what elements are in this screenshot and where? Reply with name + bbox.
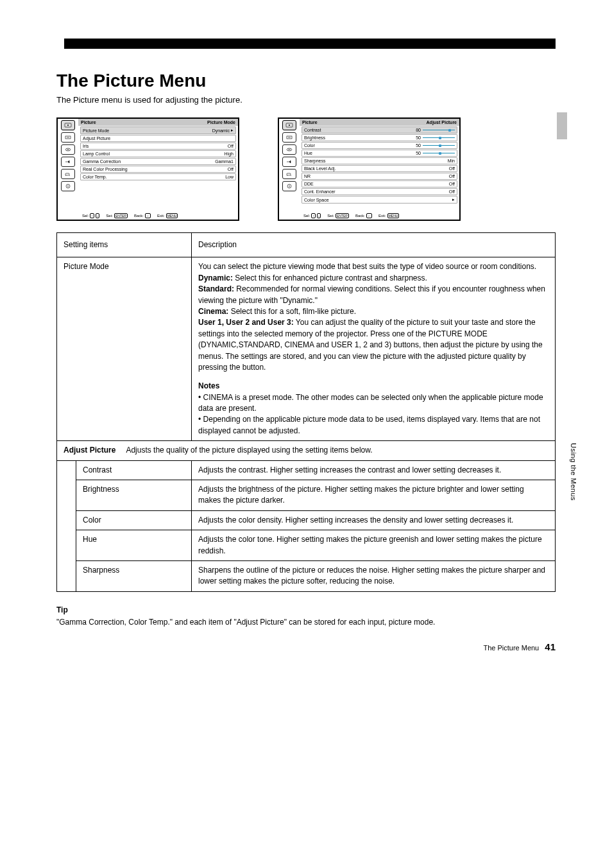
menu-row-color-space: Color Space (302, 196, 457, 204)
arrow-up-icon: ↑ (311, 213, 316, 218)
enter-key-icon: ENTER (114, 213, 128, 218)
menu-row-black-level: Black Level Adj. Off (302, 165, 457, 172)
menu-row-hue: Hue 50 (302, 150, 457, 157)
menu-row-iris: Iris Off (80, 143, 236, 150)
menu-row-value: 50 (416, 151, 421, 155)
menu-panels-row: Picture Picture Mode Picture Mode Dynami… (56, 117, 556, 221)
menu-key-icon: MENU (387, 213, 400, 218)
menu-row-label: Hue (304, 151, 312, 155)
footer-section-name: The Picture Menu (483, 644, 539, 652)
picture-mode-label: Picture Mode (57, 257, 192, 441)
right-panel-category: Adjust Picture (427, 120, 457, 125)
menu-row-sharpness: Sharpness Min (302, 157, 457, 164)
panel-legend: Sel:↑↓ Set:ENTER Back:← Exit:MENU (279, 212, 459, 218)
hue-desc: Adjusts the color tone. Higher setting m… (192, 530, 556, 561)
menu-row-brightness: Brightness 50 (302, 134, 457, 141)
information-icon (61, 181, 75, 191)
installation-icon (282, 169, 296, 179)
menu-row-cont-enhancer: Cont. Enhancer Off (302, 188, 457, 195)
menu-row-label: Lamp Control (83, 152, 110, 156)
menu-row-dde: DDE Off (302, 180, 457, 187)
chevron-right-icon (231, 128, 234, 133)
brightness-label: Brightness (76, 480, 192, 511)
page-footer: The Picture Menu 41 (56, 641, 556, 652)
svg-rect-4 (65, 173, 69, 175)
menu-row-label: Real Color Processing (83, 167, 128, 171)
cinema-name: Cinema: (198, 307, 228, 316)
picture-mode-desc: You can select the picture viewing mode … (192, 257, 556, 441)
table-header-item: Setting items (57, 233, 192, 257)
function-icon (282, 157, 296, 167)
sharpness-desc: Sharpens the outline of the picture or r… (192, 560, 556, 591)
menu-row-rcp: Real Color Processing Off (80, 166, 236, 173)
adjust-picture-row: Adjust Picture Adjusts the quality of th… (57, 441, 556, 460)
hue-label: Hue (76, 530, 192, 561)
arrow-down-icon: ↓ (317, 213, 321, 218)
menu-row-value: High (225, 152, 234, 156)
picture-menu-panel-right: Picture Adjust Picture Contrast 80 Brigh… (278, 117, 461, 221)
menu-row-value: 50 (416, 143, 421, 148)
arrow-up-icon: ↑ (90, 213, 94, 218)
menu-row-label: Cont. Enhancer (304, 189, 336, 194)
menu-row-value: Gamma1 (215, 159, 234, 164)
svg-point-1 (67, 125, 69, 126)
menu-row-picture-mode: Picture Mode Dynamic (80, 126, 236, 134)
dynamic-name: Dynamic: (198, 273, 233, 282)
legend-back-label: Back: (134, 214, 144, 218)
sharpness-label: Sharpness (76, 560, 192, 591)
menu-row-label: Picture Mode (83, 128, 109, 133)
legend-back-label: Back: (355, 214, 365, 218)
installation-icon (61, 169, 75, 179)
menu-row-value: Off (449, 189, 455, 194)
tip-block: Tip "Gamma Correction, Color Temp." and … (56, 605, 556, 629)
settings-table: Setting items Description Picture Mode Y… (56, 232, 556, 592)
legend-set-label: Set: (106, 214, 113, 218)
menu-row-label: Black Level Adj. (304, 166, 336, 171)
enter-key-icon: ENTER (336, 213, 349, 218)
color-label: Color (76, 510, 192, 530)
menu-row-label: Sharpness (304, 159, 325, 163)
picture-icon (282, 120, 296, 130)
menu-row-value: Off (228, 144, 234, 148)
left-panel-title: Picture (81, 120, 96, 125)
user-name: User 1, User 2 and User 3: (198, 318, 294, 327)
menu-row-label: Color Temp. (83, 175, 107, 179)
picture-icon (61, 120, 75, 130)
menu-row-nr: NR Off (302, 173, 457, 180)
indent-cell (57, 460, 76, 591)
gray-side-tab (557, 112, 567, 139)
cinema-desc: Select this for a soft, film-like pictur… (228, 307, 356, 316)
arrow-down-icon: ↓ (96, 213, 100, 218)
chevron-right-icon (452, 197, 455, 202)
menu-row-adjust-picture: Adjust Picture (80, 135, 236, 142)
legend-exit-label: Exit: (378, 214, 386, 218)
panel-sidebar-icons (58, 119, 78, 212)
setup-icon (282, 144, 296, 155)
contrast-label: Contrast (76, 460, 192, 480)
menu-row-label: NR (304, 174, 310, 178)
menu-row-value: Off (449, 182, 455, 186)
picture-mode-intro: You can select the picture viewing mode … (198, 261, 548, 272)
legend-exit-label: Exit: (157, 214, 165, 218)
menu-row-label: Contrast (304, 128, 321, 132)
note-2: • Depending on the applicable picture mo… (198, 414, 548, 437)
menu-row-value: Min (448, 159, 455, 163)
tip-body: "Gamma Correction, Color Temp." and each… (56, 617, 556, 628)
svg-rect-15 (289, 185, 290, 186)
adjust-picture-label: Adjust Picture (64, 446, 115, 455)
page-heading: The Picture Menu (56, 71, 556, 91)
menu-row-value: Dynamic (212, 128, 230, 133)
adjust-picture-desc: Adjusts the quality of the picture displ… (126, 446, 372, 455)
menu-row-label: Color Space (304, 198, 329, 202)
menu-key-icon: MENU (166, 213, 178, 218)
menu-row-value: Low (225, 175, 234, 179)
right-panel-title: Picture (302, 120, 318, 125)
color-desc: Adjusts the color density. Higher settin… (192, 510, 556, 530)
menu-row-color-temp: Color Temp. Low (80, 173, 236, 180)
menu-row-color: Color 50 (302, 142, 457, 149)
svg-rect-14 (289, 186, 290, 187)
slider-contrast (423, 128, 455, 132)
menu-row-label: Adjust Picture (83, 136, 110, 141)
panel-legend: Sel:↑↓ Set:ENTER Back:← Exit:MENU (58, 212, 238, 218)
page-number: 41 (545, 641, 556, 652)
